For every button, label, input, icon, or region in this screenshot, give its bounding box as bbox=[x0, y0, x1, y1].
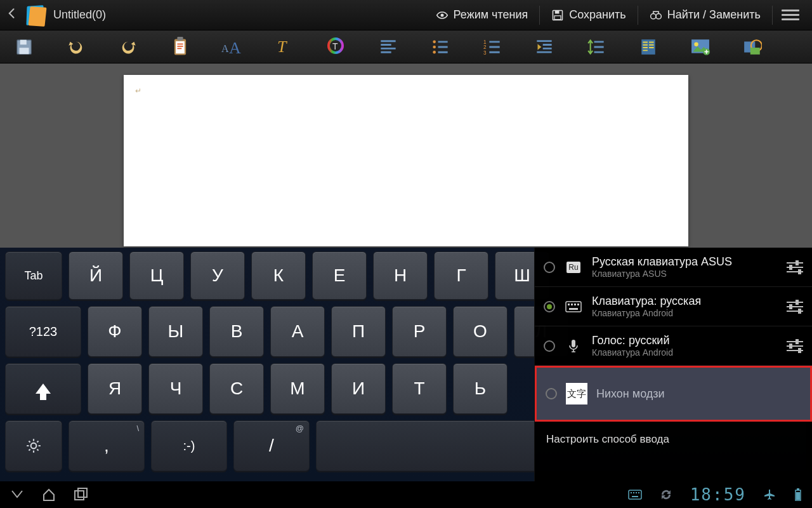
svg-rect-34 bbox=[574, 304, 576, 305]
key-letter[interactable]: Ь bbox=[453, 363, 508, 414]
back-button[interactable] bbox=[4, 7, 20, 23]
key-emoticon[interactable]: :-) bbox=[151, 420, 227, 471]
find-replace-button[interactable]: Найти / Заменить bbox=[638, 0, 772, 30]
read-mode-button[interactable]: Режим чтения bbox=[424, 0, 540, 30]
ime-option-subtitle: Клавиатура Android bbox=[592, 308, 778, 318]
ime-option-title: Русская клавиатура ASUS bbox=[592, 255, 778, 269]
ime-option[interactable]: Голос: русский Клавиатура Android bbox=[535, 326, 812, 366]
ime-option-title: Нихон модзи bbox=[596, 387, 801, 401]
font-button[interactable]: AA bbox=[221, 36, 244, 58]
key-letter[interactable]: О bbox=[453, 306, 508, 357]
insert-image-button[interactable] bbox=[689, 36, 712, 58]
align-button[interactable] bbox=[377, 36, 400, 58]
status-clock: 18:59 bbox=[690, 485, 746, 504]
bullets-button[interactable] bbox=[429, 36, 452, 58]
key-letter[interactable]: С bbox=[209, 363, 264, 414]
key-letter[interactable]: Ц bbox=[129, 251, 184, 300]
ime-configure-link[interactable]: Настроить способ ввода bbox=[535, 422, 812, 457]
key-letter[interactable]: Е bbox=[312, 251, 367, 300]
text-style-button[interactable]: T bbox=[273, 36, 296, 58]
key-letter[interactable]: Я bbox=[88, 363, 142, 414]
app-titlebar: Untitled(0) Режим чтения Сохранить Найти… bbox=[0, 0, 812, 30]
save-tool-button[interactable] bbox=[13, 36, 36, 58]
radio-icon[interactable] bbox=[546, 388, 557, 399]
svg-point-19 bbox=[433, 50, 436, 53]
svg-rect-37 bbox=[572, 340, 575, 347]
key-letter[interactable]: Н bbox=[373, 251, 428, 300]
nav-hide-keyboard-button[interactable] bbox=[10, 488, 24, 501]
settings-sliders-icon[interactable] bbox=[787, 300, 803, 313]
radio-icon[interactable] bbox=[544, 301, 555, 312]
input-method-popup: Ru Русская клавиатура ASUS Клавиатура AS… bbox=[534, 248, 812, 481]
svg-rect-39 bbox=[78, 488, 87, 497]
undo-button[interactable] bbox=[65, 36, 88, 58]
numbered-list-button[interactable]: 123 bbox=[481, 36, 504, 58]
key-letter[interactable]: В bbox=[209, 306, 264, 357]
editor-toolbar: AA T T 123 bbox=[0, 30, 812, 64]
svg-rect-10 bbox=[176, 41, 185, 53]
keyboard-icon bbox=[564, 299, 583, 314]
settings-sliders-icon[interactable] bbox=[787, 261, 803, 274]
svg-rect-47 bbox=[797, 488, 799, 490]
svg-point-30 bbox=[31, 443, 37, 449]
key-letter[interactable]: М bbox=[270, 363, 325, 414]
key-shift[interactable] bbox=[5, 363, 81, 414]
document-page[interactable]: ↵ bbox=[124, 75, 688, 246]
nav-recent-button[interactable] bbox=[74, 488, 89, 502]
clipboard-button[interactable] bbox=[169, 36, 192, 58]
key-letter[interactable]: Ч bbox=[148, 363, 203, 414]
key-symbols[interactable]: ?123 bbox=[5, 306, 81, 357]
svg-rect-2 bbox=[555, 10, 560, 13]
columns-button[interactable] bbox=[637, 36, 660, 58]
shift-icon bbox=[36, 384, 51, 394]
overflow-menu-button[interactable] bbox=[782, 10, 799, 20]
eye-icon bbox=[436, 9, 449, 22]
microphone-icon bbox=[564, 338, 583, 354]
redo-button[interactable] bbox=[117, 36, 140, 58]
svg-rect-41 bbox=[631, 492, 632, 493]
ime-option[interactable]: Ru Русская клавиатура ASUS Клавиатура AS… bbox=[535, 248, 812, 287]
svg-rect-42 bbox=[633, 492, 634, 493]
svg-rect-8 bbox=[20, 48, 29, 54]
ime-option-highlighted[interactable]: 文字 Нихон модзи bbox=[535, 366, 812, 422]
line-spacing-button[interactable] bbox=[585, 36, 608, 58]
key-letter[interactable]: Ы bbox=[148, 306, 203, 357]
svg-point-0 bbox=[440, 13, 443, 17]
key-letter[interactable]: У bbox=[190, 251, 245, 300]
svg-text:A: A bbox=[229, 39, 241, 56]
settings-sliders-icon[interactable] bbox=[787, 340, 803, 352]
svg-text:3: 3 bbox=[483, 50, 487, 55]
shapes-button[interactable] bbox=[741, 36, 764, 58]
status-airplane-icon bbox=[764, 488, 776, 501]
key-letter[interactable]: П bbox=[331, 306, 386, 357]
key-letter[interactable]: Т bbox=[392, 363, 447, 414]
key-comma[interactable]: \, bbox=[69, 420, 145, 471]
nav-home-button[interactable] bbox=[42, 488, 56, 502]
ime-option-subtitle: Клавиатура Android bbox=[592, 347, 778, 358]
key-letter[interactable]: Ф bbox=[88, 306, 142, 357]
document-title: Untitled(0) bbox=[53, 8, 106, 22]
radio-icon[interactable] bbox=[544, 340, 555, 352]
key-letter[interactable]: Й bbox=[69, 251, 123, 300]
key-letter[interactable]: Г bbox=[434, 251, 488, 300]
svg-point-25 bbox=[694, 42, 698, 46]
svg-rect-3 bbox=[554, 15, 561, 19]
ime-option[interactable]: Клавиатура: русская Клавиатура Android bbox=[535, 287, 812, 326]
key-letter[interactable]: Р bbox=[392, 306, 447, 357]
keyboard-ru-icon: Ru bbox=[564, 260, 583, 275]
key-slash[interactable]: @/ bbox=[233, 420, 310, 471]
text-color-button[interactable]: T bbox=[325, 36, 348, 58]
save-button[interactable]: Сохранить bbox=[540, 0, 637, 30]
key-letter[interactable]: К bbox=[251, 251, 306, 300]
svg-rect-33 bbox=[571, 304, 573, 305]
svg-rect-31 bbox=[566, 302, 581, 312]
key-letter[interactable]: А bbox=[270, 306, 325, 357]
svg-rect-48 bbox=[796, 492, 800, 500]
key-tab[interactable]: Tab bbox=[5, 251, 62, 300]
radio-icon[interactable] bbox=[544, 262, 555, 273]
key-letter[interactable]: И bbox=[331, 363, 386, 414]
status-keyboard-icon bbox=[628, 490, 642, 500]
indent-button[interactable] bbox=[533, 36, 556, 58]
key-settings[interactable] bbox=[5, 420, 62, 471]
floppy-icon bbox=[551, 9, 564, 22]
